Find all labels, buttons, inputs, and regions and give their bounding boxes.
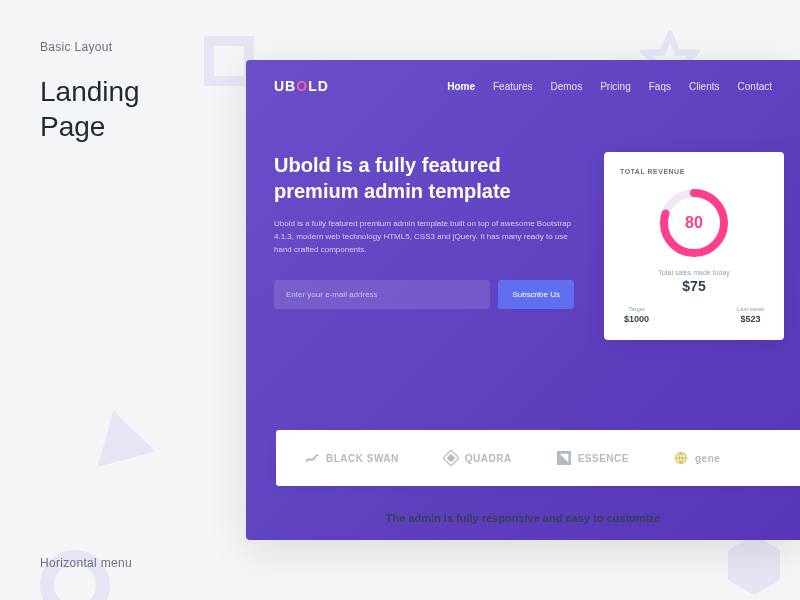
hero-subtitle: Ubold is a fully featured premium admin … [274, 218, 574, 256]
bg-hexagon [728, 550, 780, 580]
tagline: The admin is fully responsive and easy t… [383, 511, 663, 526]
title-line-2: Page [40, 111, 105, 142]
nav-demos[interactable]: Demos [550, 81, 582, 92]
clients-strip: BLACK SWAN QUADRA ESSENCE gene [276, 430, 800, 486]
logo-part2: O [296, 78, 308, 94]
client-gene: gene [673, 450, 720, 466]
hero-title: Ubold is a fully featured premium admin … [274, 152, 574, 204]
stats-row: Target $1000 Last week $523 [620, 306, 768, 324]
logo[interactable]: UBOLD [274, 78, 329, 94]
stat-target: Target $1000 [624, 306, 649, 324]
target-label: Target [624, 306, 649, 312]
globe-icon [673, 450, 689, 466]
nav-contact[interactable]: Contact [738, 81, 772, 92]
top-nav: UBOLD Home Features Demos Pricing Faqs C… [246, 60, 800, 112]
diamond-icon [443, 450, 459, 466]
subscribe-button[interactable]: Subscribe Us [498, 280, 574, 309]
revenue-card: TOTAL REVENUE 80 Total sales made today … [604, 152, 784, 340]
nav-pricing[interactable]: Pricing [600, 81, 631, 92]
page-title: Landing Page [40, 74, 140, 144]
logo-part3: LD [308, 78, 329, 94]
sales-label: Total sales made today [620, 269, 768, 276]
stat-lastweek: Last week $523 [737, 306, 764, 324]
client-label: QUADRA [465, 453, 512, 464]
lastweek-value: $523 [737, 314, 764, 324]
client-label: gene [695, 453, 720, 464]
target-value: $1000 [624, 314, 649, 324]
sales-value: $75 [620, 278, 768, 294]
client-label: BLACK SWAN [326, 453, 399, 464]
hero-section: Ubold is a fully featured premium admin … [246, 112, 800, 340]
client-blackswan: BLACK SWAN [304, 450, 399, 466]
email-input[interactable] [274, 280, 490, 309]
svg-rect-4 [447, 455, 454, 462]
hero-left: Ubold is a fully featured premium admin … [274, 152, 574, 340]
donut-value: 80 [685, 214, 703, 232]
client-quadra: QUADRA [443, 450, 512, 466]
nav-links: Home Features Demos Pricing Faqs Clients… [447, 81, 772, 92]
subscribe-row: Subscribe Us [274, 280, 574, 309]
bg-triangle [85, 403, 156, 467]
category-label: Basic Layout [40, 40, 112, 54]
donut-chart: 80 [620, 187, 768, 259]
nav-home[interactable]: Home [447, 81, 475, 92]
title-line-1: Landing [40, 76, 140, 107]
client-label: ESSENCE [578, 453, 629, 464]
card-title: TOTAL REVENUE [620, 168, 768, 175]
square-icon [556, 450, 572, 466]
lastweek-label: Last week [737, 306, 764, 312]
landing-preview: UBOLD Home Features Demos Pricing Faqs C… [246, 60, 800, 540]
nav-faqs[interactable]: Faqs [649, 81, 671, 92]
nav-clients[interactable]: Clients [689, 81, 720, 92]
nav-features[interactable]: Features [493, 81, 532, 92]
footer-label: Horizontal menu [40, 556, 132, 570]
logo-part1: UB [274, 78, 296, 94]
client-essence: ESSENCE [556, 450, 629, 466]
swan-icon [304, 450, 320, 466]
